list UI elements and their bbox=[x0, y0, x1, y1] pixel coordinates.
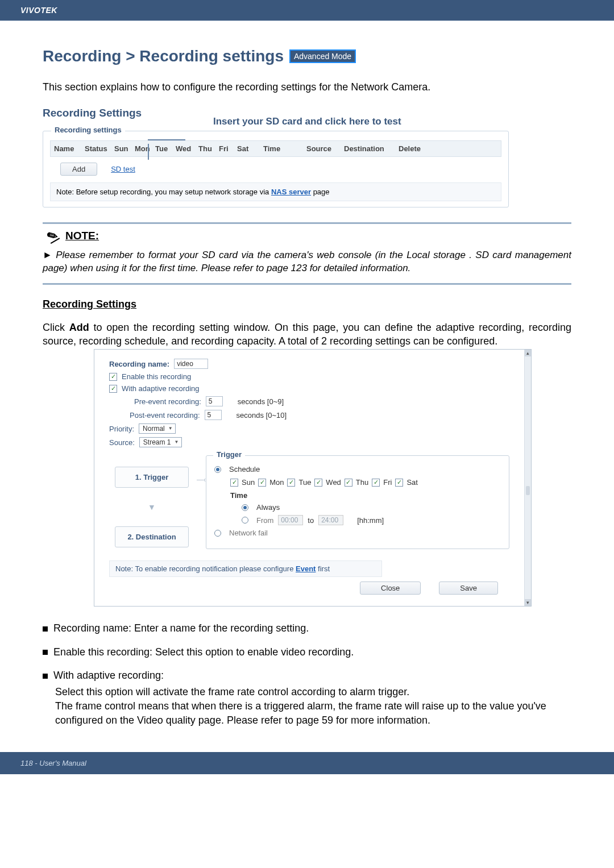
bullet-1: Recording name: Enter a name for the rec… bbox=[53, 622, 309, 634]
intro-text: This section explains how to configure t… bbox=[43, 81, 571, 93]
post-event-range: seconds [0~10] bbox=[237, 411, 287, 420]
pre-event-input[interactable] bbox=[206, 396, 223, 406]
day-mon-checkbox[interactable]: ✓ bbox=[258, 479, 266, 487]
header-divider bbox=[0, 20, 614, 21]
step-trigger[interactable]: 1. Trigger bbox=[115, 467, 189, 488]
desc-post: to open the recording setting window. On… bbox=[43, 322, 571, 347]
bullet-list: Recording name: Enter a name for the rec… bbox=[43, 621, 571, 728]
header-brand: VIVOTEK bbox=[0, 0, 614, 20]
hhmm-label: [hh:mm] bbox=[357, 516, 384, 525]
col-tue: Tue bbox=[155, 144, 172, 153]
post-event-label: Post-event recording: bbox=[130, 411, 200, 420]
scroll-up-icon[interactable]: ▴ bbox=[525, 350, 531, 356]
recording-name-label: Recording name: bbox=[109, 360, 169, 368]
time-label: Time bbox=[230, 491, 501, 500]
col-time: Time bbox=[263, 144, 303, 153]
day-sun-checkbox[interactable]: ✓ bbox=[230, 479, 238, 487]
day-tue-checkbox[interactable]: ✓ bbox=[287, 479, 295, 487]
col-sun: Sun bbox=[114, 144, 131, 153]
bullet-icon bbox=[43, 650, 48, 655]
nas-note: Note: Before setup recording, you may se… bbox=[50, 182, 501, 201]
source-select[interactable]: Stream 1 bbox=[139, 437, 182, 447]
trigger-panel: Trigger Schedule ✓Sun ✓Mon ✓Tue ✓Wed ✓Th… bbox=[206, 455, 509, 549]
col-wed: Wed bbox=[176, 144, 195, 153]
arrow-down-icon: ▼ bbox=[148, 502, 156, 512]
add-button[interactable]: Add bbox=[60, 163, 97, 176]
title-text: Recording > Recording settings bbox=[43, 47, 284, 65]
bullet-icon bbox=[43, 674, 48, 679]
col-sat: Sat bbox=[237, 144, 260, 153]
day-thu-checkbox[interactable]: ✓ bbox=[345, 479, 352, 487]
schedule-radio[interactable] bbox=[214, 466, 221, 473]
recording-dialog: ▴ ▾ Recording name: ✓ Enable this record… bbox=[94, 349, 532, 607]
page-title: Recording > Recording settings Advanced … bbox=[43, 47, 571, 65]
enable-recording-label: Enable this recording bbox=[122, 372, 191, 381]
note-callout: ✎ NOTE: ► Please remember to format your… bbox=[43, 222, 571, 285]
day-thu: Thu bbox=[356, 478, 368, 487]
col-name: Name bbox=[54, 144, 81, 153]
col-destination: Destination bbox=[344, 144, 395, 153]
nas-note-post: page bbox=[311, 188, 330, 196]
event-note-pre: Note: To enable recording notification p… bbox=[115, 564, 296, 573]
recording-settings-panel: Recording settings Name Status Sun Mon T… bbox=[43, 131, 509, 207]
col-source: Source bbox=[306, 144, 341, 153]
priority-label: Priority: bbox=[109, 425, 134, 433]
schedule-label: Schedule bbox=[229, 465, 260, 474]
post-event-input[interactable] bbox=[205, 410, 222, 420]
close-button[interactable]: Close bbox=[360, 582, 421, 595]
from-time-input[interactable] bbox=[278, 515, 303, 525]
dialog-scrollbar[interactable]: ▴ ▾ bbox=[524, 350, 531, 606]
day-tue: Tue bbox=[298, 478, 311, 487]
pre-event-label: Pre-event recording: bbox=[134, 397, 201, 406]
always-radio[interactable] bbox=[242, 504, 248, 511]
to-label: to bbox=[308, 516, 314, 525]
callout-line-v bbox=[148, 144, 149, 160]
adaptive-recording-checkbox[interactable]: ✓ bbox=[109, 385, 117, 393]
insert-sd-note: Insert your SD card and click here to te… bbox=[213, 116, 571, 127]
bullet-3-line2: The frame control means that when there … bbox=[55, 699, 571, 728]
note-title-text: NOTE: bbox=[65, 230, 99, 242]
nas-server-link[interactable]: NAS server bbox=[271, 188, 311, 196]
day-sat-checkbox[interactable]: ✓ bbox=[395, 479, 403, 487]
pre-event-range: seconds [0~9] bbox=[238, 397, 284, 406]
adaptive-recording-label: With adaptive recording bbox=[122, 384, 200, 393]
network-fail-label: Network fail bbox=[229, 529, 268, 537]
advanced-mode-badge: Advanced Mode bbox=[289, 49, 356, 63]
network-fail-radio[interactable] bbox=[214, 530, 221, 537]
desc-pre: Click bbox=[43, 322, 69, 333]
trigger-legend: Trigger bbox=[213, 450, 245, 459]
priority-select[interactable]: Normal bbox=[139, 423, 176, 434]
step-destination[interactable]: 2. Destination bbox=[115, 526, 189, 547]
col-delete: Delete bbox=[399, 144, 427, 153]
bullet-3-line1: Select this option will activate the fra… bbox=[55, 685, 571, 699]
step-connector-icon: ―‹ bbox=[197, 476, 206, 484]
enable-recording-checkbox[interactable]: ✓ bbox=[109, 373, 117, 381]
day-mon: Mon bbox=[269, 478, 284, 487]
scroll-down-icon[interactable]: ▾ bbox=[525, 599, 531, 606]
recording-settings-subheading: Recording Settings bbox=[43, 298, 571, 310]
day-fri: Fri bbox=[383, 478, 392, 487]
source-label: Source: bbox=[109, 438, 135, 447]
event-note-post: first bbox=[316, 564, 330, 573]
to-time-input[interactable] bbox=[318, 515, 343, 525]
note-body: ► Please remember to format your SD card… bbox=[43, 249, 571, 275]
pencil-icon: ✎ bbox=[44, 227, 61, 245]
col-status: Status bbox=[85, 144, 111, 153]
save-button[interactable]: Save bbox=[439, 582, 498, 595]
sd-test-link[interactable]: SD test bbox=[111, 165, 135, 173]
scroll-thumb[interactable] bbox=[526, 486, 530, 495]
from-label: From bbox=[256, 516, 273, 525]
recording-name-input[interactable] bbox=[174, 359, 208, 369]
callout-line-h bbox=[148, 139, 185, 140]
always-label: Always bbox=[256, 503, 280, 512]
bullet-icon bbox=[43, 626, 48, 632]
day-wed-checkbox[interactable]: ✓ bbox=[314, 479, 322, 487]
day-sat: Sat bbox=[406, 478, 418, 487]
col-mon: Mon bbox=[135, 144, 152, 153]
desc-add: Add bbox=[69, 322, 89, 333]
day-fri-checkbox[interactable]: ✓ bbox=[372, 479, 380, 487]
from-radio[interactable] bbox=[242, 517, 248, 524]
footer: 118 - User's Manual bbox=[0, 752, 614, 774]
col-fri: Fri bbox=[219, 144, 234, 153]
event-link[interactable]: Event bbox=[296, 564, 316, 573]
